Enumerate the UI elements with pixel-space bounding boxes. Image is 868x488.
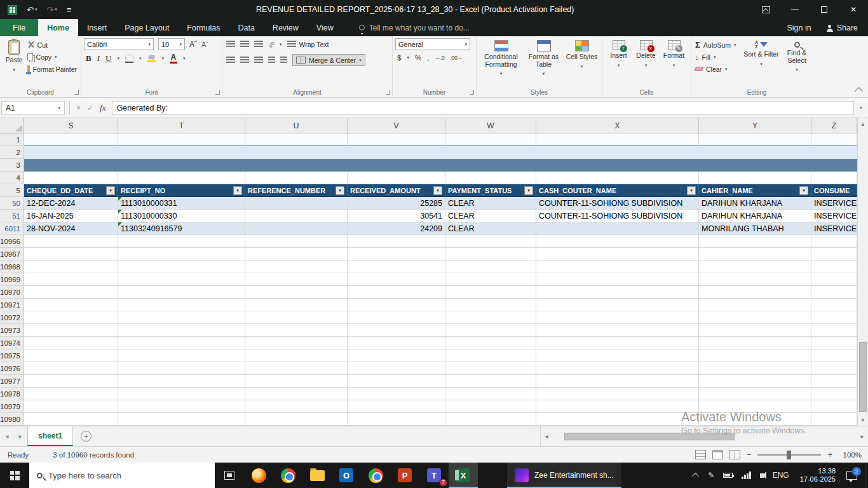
cell[interactable] bbox=[699, 261, 811, 273]
row-header-4[interactable]: 4 bbox=[0, 172, 24, 184]
cell[interactable] bbox=[24, 337, 118, 349]
paste-button[interactable]: Paste ▾ bbox=[3, 38, 26, 85]
horizontal-scrollbar-thumb[interactable] bbox=[564, 433, 735, 440]
redo-button[interactable]: ↷▾ bbox=[46, 5, 57, 15]
cell[interactable] bbox=[536, 146, 699, 159]
cell[interactable] bbox=[348, 400, 445, 413]
cell[interactable] bbox=[348, 273, 445, 286]
cell[interactable] bbox=[536, 273, 699, 286]
cell[interactable] bbox=[445, 311, 536, 324]
cell[interactable] bbox=[699, 235, 811, 248]
filter-button[interactable]: ▾ bbox=[106, 186, 115, 195]
column-header-V[interactable]: V bbox=[348, 118, 445, 133]
cell[interactable] bbox=[811, 413, 857, 426]
cell[interactable] bbox=[811, 235, 857, 248]
column-header-X[interactable]: X bbox=[536, 118, 699, 133]
cell[interactable] bbox=[348, 388, 445, 400]
filter-button[interactable]: ▾ bbox=[799, 186, 808, 195]
italic-button[interactable]: I bbox=[97, 53, 100, 64]
cell[interactable] bbox=[445, 273, 536, 286]
cell[interactable] bbox=[118, 159, 245, 172]
scroll-right-button[interactable]: ▸ bbox=[857, 433, 868, 440]
cell[interactable]: DARIHUN KHARJANA bbox=[699, 210, 811, 222]
cell[interactable] bbox=[348, 349, 445, 362]
select-all-corner[interactable] bbox=[0, 118, 24, 133]
cell[interactable] bbox=[348, 375, 445, 388]
sign-in-button[interactable]: Sign in bbox=[787, 24, 811, 32]
cell[interactable] bbox=[348, 248, 445, 261]
cell[interactable] bbox=[245, 375, 348, 388]
scroll-up-button[interactable]: ▲ bbox=[858, 119, 868, 129]
expand-formula-bar-button[interactable]: ▾ bbox=[854, 105, 868, 111]
alignment-dialog-launcher[interactable] bbox=[386, 90, 390, 95]
cell[interactable] bbox=[24, 388, 118, 400]
column-header-Z[interactable]: Z bbox=[811, 118, 857, 133]
cell[interactable] bbox=[118, 311, 245, 324]
cell[interactable] bbox=[348, 172, 445, 184]
cell[interactable] bbox=[24, 349, 118, 362]
delete-cells-button[interactable]: × Delete▾ bbox=[633, 38, 660, 85]
fill-color-button[interactable] bbox=[147, 55, 156, 62]
cell[interactable] bbox=[118, 261, 245, 273]
cell[interactable] bbox=[536, 286, 699, 299]
column-header-Y[interactable]: Y bbox=[699, 118, 811, 133]
page-layout-view-button[interactable] bbox=[712, 450, 723, 459]
comma-style-button[interactable]: , bbox=[427, 54, 429, 62]
cell[interactable] bbox=[118, 235, 245, 248]
row-header-5[interactable]: 5 bbox=[0, 184, 24, 197]
row-header-3[interactable]: 3 bbox=[0, 159, 24, 172]
zoom-out-button[interactable]: − bbox=[747, 450, 752, 459]
cell[interactable] bbox=[536, 400, 699, 413]
row-header-50[interactable]: 50 bbox=[0, 197, 24, 210]
column-header-S[interactable]: S bbox=[24, 118, 118, 133]
row-header-51[interactable]: 51 bbox=[0, 210, 24, 222]
cell[interactable] bbox=[245, 159, 348, 172]
row-header-10977[interactable]: 10977 bbox=[0, 375, 24, 388]
taskbar-app-teams[interactable]: T7 bbox=[419, 463, 449, 488]
tab-view[interactable]: View bbox=[308, 19, 342, 36]
language-indicator[interactable]: ENG bbox=[768, 463, 794, 488]
header-PAYMENT_STATUS[interactable]: PAYMENT_STATUS▾ bbox=[445, 184, 536, 197]
task-view-button[interactable] bbox=[215, 463, 244, 488]
vertical-scrollbar[interactable]: ▲ ▼ bbox=[857, 118, 868, 426]
cell[interactable] bbox=[245, 324, 348, 337]
pen-tray-button[interactable]: ✎ bbox=[703, 463, 719, 488]
cell[interactable] bbox=[536, 222, 699, 235]
vertical-scrollbar-thumb[interactable] bbox=[859, 342, 867, 412]
cell[interactable] bbox=[348, 286, 445, 299]
taskbar-app-chrome[interactable] bbox=[273, 463, 302, 488]
conditional-formatting-button[interactable]: Conditional Formatting▾ bbox=[481, 38, 522, 85]
cell[interactable] bbox=[445, 286, 536, 299]
cell[interactable] bbox=[811, 388, 857, 400]
undo-button[interactable]: ↶▾ bbox=[27, 5, 37, 15]
tab-file[interactable]: File bbox=[0, 19, 38, 36]
cell[interactable] bbox=[699, 349, 811, 362]
tab-home[interactable]: Home bbox=[38, 19, 78, 36]
cell[interactable] bbox=[24, 400, 118, 413]
merge-center-button[interactable]: Merge & Center▾ bbox=[292, 54, 365, 66]
cell[interactable]: INSERVICE bbox=[811, 210, 857, 222]
cell[interactable] bbox=[24, 273, 118, 286]
zoom-slider[interactable] bbox=[757, 454, 821, 456]
cell[interactable] bbox=[811, 146, 857, 159]
cell[interactable] bbox=[445, 400, 536, 413]
cell[interactable] bbox=[348, 159, 445, 172]
cell[interactable] bbox=[811, 349, 857, 362]
cell[interactable] bbox=[348, 235, 445, 248]
cell[interactable] bbox=[24, 299, 118, 311]
cell[interactable] bbox=[245, 286, 348, 299]
row-header-10966[interactable]: 10966 bbox=[0, 235, 24, 248]
cell[interactable] bbox=[245, 210, 348, 222]
formula-input[interactable]: Generated By: bbox=[112, 101, 854, 115]
normal-view-button[interactable] bbox=[695, 450, 706, 459]
cell[interactable] bbox=[118, 286, 245, 299]
cell[interactable] bbox=[245, 349, 348, 362]
header-RECEIPT_NO[interactable]: RECEIPT_NO▾ bbox=[118, 184, 245, 197]
cell[interactable] bbox=[536, 375, 699, 388]
add-sheet-button[interactable]: + bbox=[81, 431, 92, 442]
cell[interactable] bbox=[445, 248, 536, 261]
cell[interactable] bbox=[118, 299, 245, 311]
decrease-font-size-button[interactable]: Aˇ bbox=[201, 41, 208, 48]
cell[interactable] bbox=[811, 159, 857, 172]
cell[interactable] bbox=[811, 375, 857, 388]
